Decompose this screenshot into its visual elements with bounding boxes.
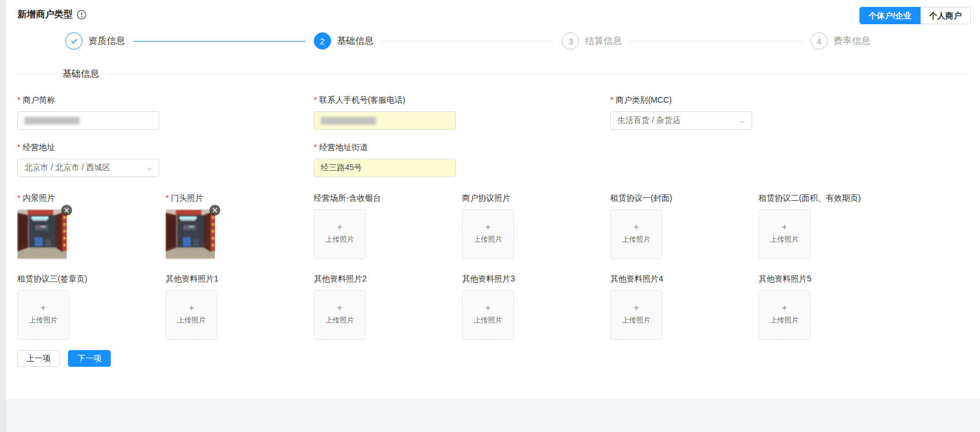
lease-agreement-1-label: 租赁协议一(封面) — [610, 193, 759, 205]
other-photo-4-label: 其他资料照片4 — [610, 274, 759, 286]
info-icon[interactable] — [77, 10, 87, 20]
lease-agreement-2-label: 租赁协议二(面积、有效期页) — [759, 193, 907, 205]
redacted-value — [24, 117, 80, 125]
step-number-badge: 4 — [810, 32, 828, 50]
upload-photo-button[interactable]: + 上传照片 — [462, 290, 514, 340]
form-row-1: 商户简称 联系人手机号(客服电话) 商户类别(MCC) 生活百货 / 杂货店 — [17, 95, 980, 130]
page-left-gutter — [0, 0, 6, 432]
plus-icon: + — [633, 224, 639, 231]
step-label: 费率信息 — [833, 35, 870, 47]
plus-icon: + — [40, 305, 46, 311]
page-title: 新增商户类型 — [17, 9, 73, 21]
plus-icon: + — [337, 224, 342, 231]
step-number-badge: 3 — [562, 32, 579, 50]
upload-photo-button[interactable]: + 上传照片 — [759, 290, 810, 340]
upload-photo-button[interactable]: + 上传照片 — [314, 209, 366, 259]
other-photo-5-label: 其他资料照片5 — [759, 274, 907, 286]
upload-cell: 商户协议照片 + 上传照片 — [462, 193, 610, 259]
plus-icon: + — [337, 305, 342, 311]
merchant-short-name-input[interactable] — [17, 111, 159, 130]
plus-icon: + — [189, 305, 194, 311]
storefront-photo-label: 门头照片 — [166, 193, 314, 205]
upload-cell: 其他资料照片2 + 上传照片 — [314, 274, 462, 340]
upload-cell: 经营场所-含收银台 + 上传照片 — [314, 193, 462, 259]
upload-photo-button[interactable]: + 上传照片 — [759, 209, 810, 259]
form-row-2: 经营地址 北京市 / 北京市 / 西城区 经营地址街道 — [17, 142, 980, 177]
upload-photo-button[interactable]: + 上传照片 — [314, 290, 366, 340]
plus-icon: + — [782, 224, 787, 231]
step-settlement-info[interactable]: 3 结算信息 — [562, 32, 810, 50]
step-connector — [133, 41, 306, 42]
step-basic-info[interactable]: 2 基础信息 — [314, 32, 562, 50]
step-label: 资质信息 — [88, 35, 125, 47]
upload-cell: 内景照片 — [17, 193, 166, 259]
address-street-label: 经营地址街道 — [314, 142, 610, 154]
merchant-agreement-photo-label: 商户协议照片 — [462, 193, 610, 205]
other-photo-2-label: 其他资料照片2 — [314, 274, 462, 286]
redacted-value — [321, 117, 376, 125]
plus-icon: + — [633, 305, 639, 311]
next-step-button[interactable]: 下一项 — [68, 350, 111, 367]
interior-photo-label: 内景照片 — [17, 193, 166, 205]
plus-icon: + — [485, 224, 490, 231]
upload-cell: 其他资料照片1 + 上传照片 — [166, 274, 314, 340]
section-title: 基础信息 — [62, 68, 99, 80]
upload-cell: 其他资料照片3 + 上传照片 — [462, 274, 610, 340]
uploaded-photo-interior[interactable] — [17, 209, 67, 259]
main-panel: 新增商户类型 个体户/企业 个人商户 资质信息 2 基础信息 3 结算信息 — [6, 0, 980, 399]
business-address-label: 经营地址 — [17, 142, 314, 154]
section-divider: 基础信息 — [17, 68, 980, 80]
step-label: 结算信息 — [585, 35, 622, 47]
contact-phone-input[interactable] — [314, 111, 456, 130]
chevron-down-icon — [146, 165, 153, 174]
stepper: 资质信息 2 基础信息 3 结算信息 4 费率信息 — [65, 31, 870, 51]
upload-photo-button[interactable]: + 上传照片 — [166, 290, 217, 340]
step-connector — [630, 41, 802, 42]
tab-individual-enterprise[interactable]: 个体户/企业 — [859, 7, 921, 24]
upload-row-2: 租赁协议三(签章页) + 上传照片 其他资料照片1 + 上传照片 其他资料照片2… — [17, 274, 980, 340]
header: 新增商户类型 个体户/企业 个人商户 — [17, 7, 980, 27]
upload-row-1: 内景照片 门头照片 经营场所-含收银台 + 上传照片 — [17, 193, 980, 259]
upload-photo-button[interactable]: + 上传照片 — [17, 290, 69, 340]
other-photo-1-label: 其他资料照片1 — [166, 274, 314, 286]
chevron-down-icon — [739, 118, 746, 127]
uploaded-photo-storefront[interactable] — [166, 209, 215, 259]
business-address-cascader[interactable]: 北京市 / 北京市 / 西城区 — [17, 159, 159, 177]
step-number-badge: 2 — [314, 32, 331, 50]
upload-photo-button[interactable]: + 上传照片 — [610, 290, 662, 340]
tab-personal-merchant[interactable]: 个人商户 — [921, 7, 971, 24]
premises-cashier-photo-label: 经营场所-含收银台 — [314, 193, 462, 205]
step-connector — [382, 41, 554, 42]
upload-cell: 其他资料照片5 + 上传照片 — [759, 274, 907, 340]
upload-cell: 租赁协议二(面积、有效期页) + 上传照片 — [759, 193, 907, 259]
address-street-input[interactable] — [314, 159, 456, 177]
remove-photo-button[interactable] — [209, 205, 220, 216]
step-qualification-info[interactable]: 资质信息 — [65, 32, 314, 50]
remove-photo-button[interactable] — [61, 205, 72, 216]
mcc-select[interactable]: 生活百货 / 杂货店 — [610, 111, 752, 130]
plus-icon: + — [485, 305, 490, 311]
lease-agreement-3-label: 租赁协议三(签章页) — [17, 274, 166, 286]
plus-icon: + — [782, 305, 787, 311]
upload-cell: 门头照片 — [166, 193, 314, 259]
footer-actions: 上一项 下一项 — [17, 350, 980, 367]
previous-step-button[interactable]: 上一项 — [17, 350, 60, 367]
merchant-type-toggle: 个体户/企业 个人商户 — [859, 7, 971, 24]
upload-cell: 租赁协议三(签章页) + 上传照片 — [17, 274, 166, 340]
mcc-label: 商户类别(MCC) — [610, 95, 907, 107]
upload-photo-button[interactable]: + 上传照片 — [462, 209, 514, 259]
upload-cell: 租赁协议一(封面) + 上传照片 — [610, 193, 759, 259]
step-label: 基础信息 — [337, 35, 374, 47]
other-photo-3-label: 其他资料照片3 — [462, 274, 610, 286]
upload-cell: 其他资料照片4 + 上传照片 — [610, 274, 759, 340]
step-finished-check-icon — [65, 32, 82, 50]
contact-phone-label: 联系人手机号(客服电话) — [314, 95, 610, 107]
merchant-short-name-label: 商户简称 — [17, 95, 314, 107]
step-rate-info[interactable]: 4 费率信息 — [810, 32, 870, 50]
upload-photo-button[interactable]: + 上传照片 — [610, 209, 662, 259]
